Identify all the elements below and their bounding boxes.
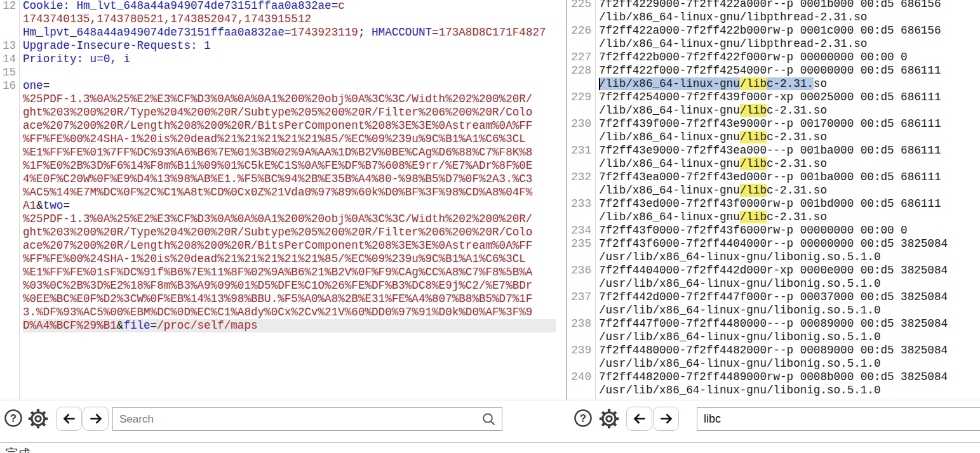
code-text: ace%207%200%20R/Length%208%200%20R/BitsP… xyxy=(23,119,556,133)
code-line[interactable]: %25PDF-1.3%0A%25%E2%E3%CF%D3%0A%0A%0A1%2… xyxy=(0,213,566,226)
forward-button[interactable] xyxy=(83,407,109,431)
code-line[interactable]: ght%203%200%20R/Type%204%200%20R/Subtype… xyxy=(0,106,566,119)
code-line[interactable]: 2307f2ff439f000-7f2ff43e9000r--p 0017000… xyxy=(567,117,980,131)
code-line[interactable]: 15 xyxy=(0,66,566,79)
line-number xyxy=(0,106,19,119)
code-line[interactable]: 16one= xyxy=(0,79,566,93)
request-editor-rows: 12Cookie: Hm_lvt_648a44a949074de73151ffa… xyxy=(0,0,566,332)
code-line[interactable]: 2397f2ff4480000-7f2ff4482000r--p 0008900… xyxy=(567,344,980,357)
code-text: 4%E0F%C20W%0F%E9%D4%13%98%AB%E1.%F5%BC%9… xyxy=(23,173,556,186)
line-number xyxy=(0,266,19,279)
code-line[interactable]: 12Cookie: Hm_lvt_648a44a949074de73151ffa… xyxy=(0,0,566,13)
maps-settings-button[interactable] xyxy=(598,407,621,430)
code-line[interactable]: ace%207%200%20R/Length%208%200%20R/BitsP… xyxy=(0,239,566,253)
code-line[interactable]: /lib/x86_64-linux-gnu/libc-2.31.so xyxy=(567,157,980,171)
maps-forward-button[interactable] xyxy=(653,407,679,431)
code-text: Hm_lpvt_648a44a949074de73151ffaa0a832ae=… xyxy=(23,26,556,39)
code-line[interactable]: %03%0C%2B%3D%E2%18%F8m%B3%A9%09%01%D5%DF… xyxy=(0,279,566,292)
code-text: /lib/x86_64-linux-gnu/libpthread-2.31.so xyxy=(599,11,970,24)
line-number xyxy=(0,292,19,306)
panel-divider[interactable] xyxy=(566,0,567,442)
app-root: 12Cookie: Hm_lvt_648a44a949074de73151ffa… xyxy=(0,0,980,453)
back-button[interactable] xyxy=(56,407,82,431)
request-search-input[interactable] xyxy=(112,407,502,431)
code-text: 7f2ff4404000-7f2ff442d000r-xp 0000e000 0… xyxy=(599,264,970,277)
left-arrow-icon xyxy=(631,410,648,427)
code-line[interactable]: 3.%DF%93%AC5%00%EBM%DC%0D%EC%C1%A8dy%0Cx… xyxy=(0,306,566,319)
settings-button[interactable] xyxy=(27,407,50,430)
code-line[interactable]: D%A4%BCF%29%B1&file=/proc/self/maps xyxy=(0,319,566,332)
code-line[interactable]: /lib/x86_64-linux-gnu/libc-2.31.so xyxy=(567,211,980,224)
code-line[interactable]: %0EE%BC%E0F%D2%3CW%0F%EB%14%13%98%BBU.%F… xyxy=(0,292,566,306)
line-number xyxy=(0,133,19,146)
code-line[interactable]: /lib/x86_64-linux-gnu/libc-2.31.so xyxy=(567,77,980,91)
code-line[interactable]: 2357f2ff43f6000-7f2ff4404000r--p 0000000… xyxy=(567,237,980,251)
code-text: 7f2ff4254000-7f2ff439f000r-xp 00025000 0… xyxy=(599,91,970,104)
code-text: /lib/x86_64-linux-gnu/libpthread-2.31.so xyxy=(599,37,970,51)
code-line[interactable]: 2377f2ff442d000-7f2ff447f000r--p 0003700… xyxy=(567,291,980,304)
code-line[interactable]: %E1%FF%FE%01sF%DC%91f%B6%7E%11%8F%02%9A%… xyxy=(0,266,566,279)
line-number xyxy=(567,184,595,197)
code-line[interactable]: /lib/x86_64-linux-gnu/libc-2.31.so xyxy=(567,131,980,144)
code-line[interactable]: /usr/lib/x86_64-linux-gnu/libonig.so.5.1… xyxy=(567,357,980,371)
code-line[interactable]: /usr/lib/x86_64-linux-gnu/libonig.so.5.1… xyxy=(567,277,980,291)
code-line[interactable]: /usr/lib/x86_64-linux-gnu/libonig.so.5.1… xyxy=(567,251,980,264)
code-line[interactable]: %E1%FF%FE%01%7FF%DC%93%A6%B6%7E%01%3B%02… xyxy=(0,146,566,159)
request-editor[interactable]: 12Cookie: Hm_lvt_648a44a949074de73151ffa… xyxy=(0,0,566,400)
code-line[interactable]: 2257f2ff4229000-7f2ff422a000r--p 0001b00… xyxy=(567,0,980,11)
code-text: /usr/lib/x86_64-linux-gnu/libonig.so.5.1… xyxy=(599,277,970,291)
code-line[interactable]: 2337f2ff43ed000-7f2ff43f0000rw-p 001bd00… xyxy=(567,197,980,211)
line-number xyxy=(567,11,595,24)
line-number xyxy=(0,306,19,319)
code-line[interactable]: /usr/lib/x86_64-linux-gnu/libonig.so.5.1… xyxy=(567,304,980,317)
code-line[interactable]: /lib/x86_64-linux-gnu/libpthread-2.31.so xyxy=(567,37,980,51)
code-text: %E1%FF%FE%01%7FF%DC%93%A6%B6%7E%01%3B%02… xyxy=(23,146,556,159)
code-line[interactable]: %1F%E0%2B%3D%F6%14%F8m%B1i%09%01%C5kE%C1… xyxy=(0,159,566,173)
code-line[interactable]: /usr/lib/x86_64-linux-gnu/libonig.so.5.1… xyxy=(567,331,980,344)
code-line[interactable]: 4%E0F%C20W%0F%E9%D4%13%98%AB%E1.%F5%BC%9… xyxy=(0,173,566,186)
code-line[interactable]: 2277f2ff422b000-7f2ff422f000rw-p 0000000… xyxy=(567,51,980,64)
code-line[interactable]: /lib/x86_64-linux-gnu/libc-2.31.so xyxy=(567,184,980,197)
code-line[interactable]: 2297f2ff4254000-7f2ff439f000r-xp 0002500… xyxy=(567,91,980,104)
code-line[interactable]: 13Upgrade-Insecure-Requests: 1 xyxy=(0,39,566,53)
code-line[interactable]: 2347f2ff43f0000-7f2ff43f6000rw-p 0000000… xyxy=(567,224,980,237)
code-line[interactable]: %FF%FE%00%24SHA-1%20is%20dead%21%21%21%2… xyxy=(0,133,566,146)
code-line[interactable]: %25PDF-1.3%0A%25%E2%E3%CF%D3%0A%0A%0A1%2… xyxy=(0,93,566,106)
code-line[interactable]: 2267f2ff422a000-7f2ff422b000rw-p 0001c00… xyxy=(567,24,980,37)
line-number: 237 xyxy=(567,291,595,304)
line-number: 234 xyxy=(567,224,595,237)
code-text: 7f2ff43ed000-7f2ff43f0000rw-p 001bd000 0… xyxy=(599,197,970,211)
code-line[interactable]: A1&two= xyxy=(0,199,566,213)
line-number: 233 xyxy=(567,197,595,211)
line-number xyxy=(0,213,19,226)
code-text: /lib/x86_64-linux-gnu/libc-2.31.so xyxy=(599,157,970,171)
maps-editor[interactable]: 2257f2ff4229000-7f2ff422a000r--p 0001b00… xyxy=(567,0,980,400)
code-line[interactable]: ght%203%200%20R/Type%204%200%20R/Subtype… xyxy=(0,226,566,239)
code-line[interactable]: %AC5%14%E7M%DC%0F%2C%C1%A8t%CD%0Cx0Z%21V… xyxy=(0,186,566,199)
code-text: %0EE%BC%E0F%D2%3CW%0F%EB%14%13%98%BBU.%F… xyxy=(23,292,556,306)
code-line[interactable]: 2287f2ff422f000-7f2ff4254000r--p 0000000… xyxy=(567,64,980,77)
code-text: 7f2ff422f000-7f2ff4254000r--p 00000000 0… xyxy=(599,64,970,77)
code-line[interactable]: 2407f2ff4482000-7f2ff4489000rw-p 0008b00… xyxy=(567,371,980,384)
code-line[interactable]: %FF%FE%00%24SHA-1%20is%20dead%21%21%21%2… xyxy=(0,253,566,266)
code-text: Upgrade-Insecure-Requests: 1 xyxy=(23,39,556,53)
line-number xyxy=(0,239,19,253)
maps-back-button[interactable] xyxy=(626,407,652,431)
maps-search-input[interactable] xyxy=(697,407,980,431)
code-line[interactable]: Hm_lpvt_648a44a949074de73151ffaa0a832ae=… xyxy=(0,26,566,39)
code-text: /usr/lib/x86_64-linux-gnu/libonig.so.5.1… xyxy=(599,357,970,371)
maps-help-button[interactable]: ? xyxy=(574,409,593,428)
code-line[interactable]: 2327f2ff43ea000-7f2ff43ed000r--p 001ba00… xyxy=(567,171,980,184)
line-number xyxy=(567,157,595,171)
help-button[interactable]: ? xyxy=(4,409,23,428)
line-number xyxy=(0,93,19,106)
code-line[interactable]: /lib/x86_64-linux-gnu/libpthread-2.31.so xyxy=(567,11,980,24)
code-line[interactable]: /usr/lib/x86_64-linux-gnu/libonig.so.5.1… xyxy=(567,384,980,397)
code-line[interactable]: /lib/x86_64-linux-gnu/libc-2.31.so xyxy=(567,104,980,117)
code-line[interactable]: ace%207%200%20R/Length%208%200%20R/BitsP… xyxy=(0,119,566,133)
code-line[interactable]: 2367f2ff4404000-7f2ff442d000r-xp 0000e00… xyxy=(567,264,980,277)
code-line[interactable]: 2317f2ff43e9000-7f2ff43ea000---p 001ba00… xyxy=(567,144,980,157)
code-line[interactable]: 14Priority: u=0, i xyxy=(0,53,566,66)
code-line[interactable]: 2387f2ff447f000-7f2ff4480000---p 0008900… xyxy=(567,317,980,331)
code-line[interactable]: 1743740135,1743780521,1743852047,1743915… xyxy=(0,13,566,26)
